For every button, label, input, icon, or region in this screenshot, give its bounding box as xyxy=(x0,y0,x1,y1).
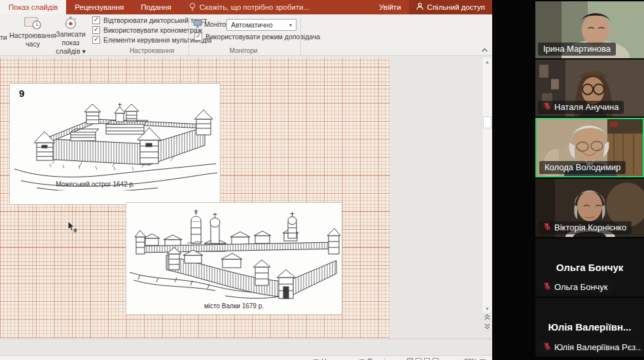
muted-mic-icon xyxy=(543,282,551,292)
fortress-drawing-1642 xyxy=(10,96,221,190)
participant-name: Вікторія Корнієнко xyxy=(554,223,626,232)
tell-me-box[interactable]: Скажіть, що потрібно зробити... xyxy=(189,0,310,14)
scrollbar-thumb[interactable] xyxy=(483,117,492,128)
participant-tile-yuliia-valeriivna[interactable]: Юлія Валеріївн... Юлія Валеріївна Рєз... xyxy=(535,298,644,357)
muted-mic-icon xyxy=(543,342,551,352)
checkbox-use-timings[interactable]: Використовувати хронометраж xyxy=(92,26,202,34)
slide-canvas: 9 xyxy=(0,56,492,339)
ribbon: ти Настроювання часу Записати показ слай… xyxy=(0,14,492,56)
participant-name: Наталя Анучина xyxy=(554,102,618,112)
video-call-panel: Ірина Мартинова xyxy=(492,0,644,360)
participant-name: Колода Володимир xyxy=(545,162,620,172)
record-slideshow-label-1: Записати показ xyxy=(47,30,94,47)
participant-tile-iryna-martynova[interactable]: Ірина Мартинова xyxy=(535,1,644,58)
tab-review[interactable]: Рецензування xyxy=(66,0,132,14)
group-label-setup: Настроювання xyxy=(130,47,174,54)
rehearse-timings-label-2: часу xyxy=(26,40,40,48)
mouse-cursor xyxy=(67,221,79,236)
checkbox-icon xyxy=(194,33,202,41)
participant-tile-koloda-volodymyr-active-speaker[interactable]: Колода Володимир xyxy=(535,118,644,177)
record-slideshow-button[interactable]: Записати показ слайдів ▾ xyxy=(47,16,94,54)
record-slideshow-label-2: слайдів ▾ xyxy=(56,47,85,56)
participant-name-label: Наталя Анучина xyxy=(538,101,624,114)
vertical-scrollbar[interactable]: ▲ ▼ xyxy=(482,58,492,313)
sign-in-button[interactable]: Увійти xyxy=(371,0,408,14)
tab-slide-show[interactable]: Показ слайдів xyxy=(0,0,66,14)
group-label-monitors: Монітори xyxy=(230,47,258,54)
scroll-down-button[interactable]: ▼ xyxy=(483,304,492,313)
share-label: Спільний доступ xyxy=(427,3,485,11)
participant-name-label: Юлія Валеріївна Рєз... xyxy=(538,341,641,354)
participant-display-name: Юлія Валеріївн... xyxy=(535,321,644,333)
slide-image-town-1679[interactable]: місто Валки 1679 р. xyxy=(126,202,342,315)
monitor-icon xyxy=(193,20,202,29)
screen: Показ слайдів Рецензування Подання Скажі… xyxy=(0,0,644,360)
image-caption-1679: місто Валки 1679 р. xyxy=(126,302,342,310)
checkbox-icon xyxy=(92,26,100,34)
monitor-dropdown[interactable]: Автоматично ▾ xyxy=(226,19,296,31)
muted-mic-icon xyxy=(543,223,551,232)
participant-name-label: Колода Володимир xyxy=(539,161,626,174)
ribbon-tab-bar: Показ слайдів Рецензування Подання Скажі… xyxy=(0,0,492,14)
previous-slide-button[interactable] xyxy=(482,314,492,323)
muted-mic-icon xyxy=(543,102,551,112)
participant-name-label: Ольга Бончук xyxy=(538,281,613,294)
rehearse-timings-icon xyxy=(24,16,42,31)
powerpoint-window: Показ слайдів Рецензування Подання Скажі… xyxy=(0,0,492,360)
collapse-ribbon-button[interactable] xyxy=(481,46,488,54)
checkbox-play-narrations-label: Відтворювати дикторський текст xyxy=(103,16,207,24)
lightbulb-icon xyxy=(189,3,196,12)
chevron-down-icon: ▾ xyxy=(289,22,292,28)
tell-me-label: Скажіть, що потрібно зробити... xyxy=(200,3,310,11)
checkbox-use-timings-label: Використовувати хронометраж xyxy=(103,26,202,34)
share-button[interactable]: Спільний доступ xyxy=(409,0,492,14)
person-icon xyxy=(416,3,423,12)
participant-tile-olha-bonchuk[interactable]: Ольга Бончук Ольга Бончук xyxy=(535,238,644,297)
participant-tile-viktoriia-korniienko[interactable]: Вікторія Корнієнко xyxy=(535,179,644,237)
participant-name-label: Ірина Мартинова xyxy=(538,43,616,56)
slide[interactable]: 9 xyxy=(0,58,390,338)
participant-display-name: Ольга Бончук xyxy=(535,262,644,273)
participant-tile-natalia-anuchyna[interactable]: Наталя Анучина xyxy=(535,60,644,117)
scroll-up-button[interactable]: ▲ xyxy=(483,58,492,66)
checkbox-presenter-view[interactable]: Використовувати режим доповідача xyxy=(194,33,320,41)
participant-name-label: Вікторія Корнієнко xyxy=(538,221,632,234)
status-bar: ▤ Нотатки ▣ Примітки − ▪ + 83% xyxy=(0,355,492,360)
checkbox-icon xyxy=(92,16,100,24)
checkbox-icon xyxy=(92,36,100,44)
record-slideshow-icon xyxy=(63,16,78,30)
participant-name: Ольга Бончук xyxy=(554,282,608,292)
participant-name: Ірина Мартинова xyxy=(543,44,611,54)
checkbox-play-narrations[interactable]: Відтворювати дикторський текст xyxy=(92,16,207,24)
next-slide-button[interactable] xyxy=(482,323,492,332)
tab-view[interactable]: Подання xyxy=(132,0,179,14)
slide-image-fortress-1642[interactable]: 9 xyxy=(9,83,221,205)
town-drawing-1679 xyxy=(127,204,342,301)
image-caption-1642: Можеський острог 1642 р. xyxy=(0,181,220,188)
checkbox-presenter-view-label: Використовувати режим доповідача xyxy=(206,33,320,41)
participant-name: Юлія Валеріївна Рєз... xyxy=(554,342,641,352)
monitor-dropdown-value: Автоматично xyxy=(231,21,273,29)
